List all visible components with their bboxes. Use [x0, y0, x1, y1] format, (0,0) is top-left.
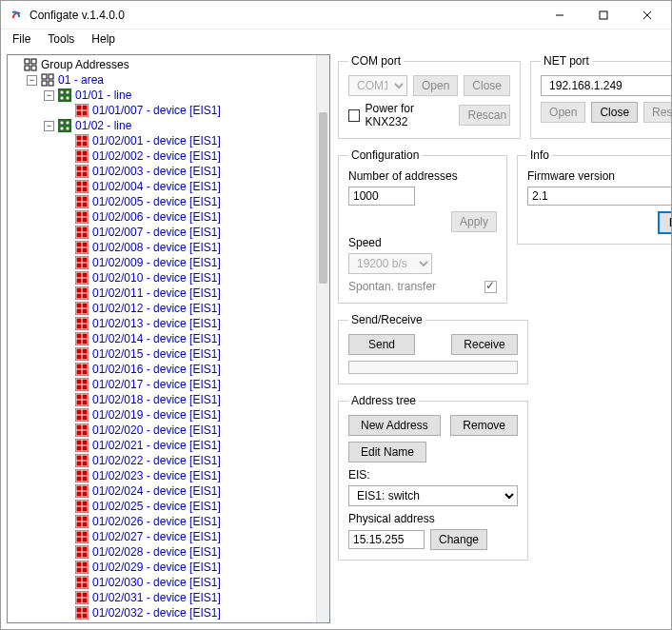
- svg-rect-110: [77, 385, 81, 389]
- tree-red-icon: [75, 241, 89, 254]
- net-close-button[interactable]: Close: [591, 102, 638, 123]
- tree-device[interactable]: 01/02/027 - device [EIS1]: [10, 529, 314, 544]
- svg-rect-18: [77, 106, 81, 109]
- com-rescan-button[interactable]: Rescan: [459, 105, 510, 126]
- tree-line-1[interactable]: −01/01 - line: [10, 88, 314, 103]
- svg-rect-74: [83, 273, 87, 277]
- receive-button[interactable]: Receive: [451, 334, 518, 355]
- com-close-button[interactable]: Close: [464, 75, 510, 96]
- svg-rect-185: [77, 614, 81, 618]
- svg-rect-31: [83, 142, 87, 146]
- tree-scroll-thumb[interactable]: [319, 112, 327, 284]
- menu-tools[interactable]: Tools: [40, 30, 82, 48]
- tree-device[interactable]: 01/02/020 - device [EIS1]: [10, 423, 314, 438]
- tree-device[interactable]: 01/02/003 - device [EIS1]: [10, 164, 314, 179]
- tree-expander-icon[interactable]: −: [44, 90, 54, 101]
- svg-rect-136: [83, 462, 87, 465]
- tree-device[interactable]: 01/02/011 - device [EIS1]: [10, 285, 314, 301]
- tree-red-icon: [75, 423, 89, 437]
- tree-device[interactable]: 01/02/009 - device [EIS1]: [10, 255, 314, 270]
- tree-red-icon: [75, 165, 89, 178]
- tree-red-icon: [75, 576, 89, 589]
- tree-device[interactable]: 01/02/032 - device [EIS1]: [10, 605, 314, 620]
- tree-device[interactable]: 01/02/015 - device [EIS1]: [10, 346, 314, 362]
- change-button[interactable]: Change: [430, 529, 487, 550]
- tree-device[interactable]: 01/02/008 - device [EIS1]: [10, 240, 314, 255]
- svg-rect-104: [83, 364, 87, 368]
- tree-device[interactable]: 01/02/001 - device [EIS1]: [10, 133, 314, 148]
- info-button[interactable]: Info: [658, 211, 672, 234]
- tree-device[interactable]: 01/02/026 - device [EIS1]: [10, 514, 314, 529]
- com-open-button[interactable]: Open: [413, 75, 458, 96]
- remove-address-button[interactable]: Remove: [450, 415, 518, 436]
- tree-device[interactable]: 01/02/028 - device [EIS1]: [10, 544, 314, 560]
- power-knx232-checkbox[interactable]: [348, 109, 360, 122]
- tree-device[interactable]: 01/02/022 - device [EIS1]: [10, 453, 314, 468]
- apply-button[interactable]: Apply: [451, 211, 497, 232]
- net-rescan-button[interactable]: Rescan: [643, 102, 672, 123]
- tree-device[interactable]: 01/02/012 - device [EIS1]: [10, 301, 314, 316]
- net-ip-select[interactable]: 192.168.1.249: [541, 75, 672, 96]
- tree-red-icon: [75, 515, 89, 528]
- tree-red-icon: [75, 363, 89, 376]
- tree-expander-icon[interactable]: −: [27, 75, 37, 86]
- tree-device[interactable]: 01/02/024 - device [EIS1]: [10, 483, 314, 499]
- eis-select[interactable]: EIS1: switch: [348, 485, 518, 506]
- menu-file[interactable]: File: [5, 30, 38, 48]
- svg-rect-45: [77, 187, 81, 191]
- tree-area[interactable]: −01 - area: [10, 72, 314, 88]
- tree-node-label: Group Addresses: [41, 58, 129, 71]
- tree-device[interactable]: 01/02/016 - device [EIS1]: [10, 362, 314, 377]
- tree-device[interactable]: 01/01/007 - device [EIS1]: [10, 103, 314, 118]
- tree-device[interactable]: 01/02/029 - device [EIS1]: [10, 560, 314, 575]
- physical-address-input[interactable]: [348, 530, 425, 549]
- tree-scrollbar[interactable]: [316, 55, 329, 622]
- tree-line-2[interactable]: −01/02 - line: [10, 118, 314, 133]
- tree-node-label: 01/02/030 - device [EIS1]: [92, 576, 221, 589]
- svg-rect-126: [83, 431, 87, 435]
- tree-device[interactable]: 01/02/002 - device [EIS1]: [10, 148, 314, 164]
- physical-address-label: Physical address: [348, 512, 518, 525]
- tree-device[interactable]: 01/02/018 - device [EIS1]: [10, 392, 314, 407]
- maximize-button[interactable]: [582, 2, 625, 29]
- svg-rect-8: [42, 74, 47, 79]
- tree-device[interactable]: 01/02/005 - device [EIS1]: [10, 194, 314, 209]
- menubar: File Tools Help: [1, 30, 671, 49]
- tree-device[interactable]: 01/02/006 - device [EIS1]: [10, 209, 314, 225]
- tree-expander-icon[interactable]: −: [44, 121, 54, 131]
- minimize-button[interactable]: [538, 2, 582, 29]
- tree-device[interactable]: 01/02/019 - device [EIS1]: [10, 407, 314, 423]
- speed-select[interactable]: 19200 b/s: [348, 253, 432, 274]
- tree-device[interactable]: 01/02/021 - device [EIS1]: [10, 438, 314, 453]
- edit-name-button[interactable]: Edit Name: [348, 442, 426, 463]
- tree-device[interactable]: 01/02/013 - device [EIS1]: [10, 316, 314, 331]
- new-address-button[interactable]: New Address: [348, 415, 441, 436]
- close-button[interactable]: [625, 2, 669, 29]
- net-open-button[interactable]: Open: [541, 102, 585, 123]
- net-port-group: NET port 192.168.1.249 Open Close Rescan: [530, 54, 672, 139]
- tree-device[interactable]: 01/02/023 - device [EIS1]: [10, 468, 314, 483]
- svg-rect-115: [77, 401, 81, 404]
- spontan-checkbox[interactable]: [484, 281, 497, 293]
- tree-device[interactable]: 01/02/010 - device [EIS1]: [10, 270, 314, 285]
- svg-rect-30: [77, 142, 81, 146]
- tree-device[interactable]: 01/02/031 - device [EIS1]: [10, 590, 314, 605]
- menu-help[interactable]: Help: [84, 30, 123, 48]
- svg-rect-134: [83, 456, 87, 460]
- tree-device[interactable]: 01/02/017 - device [EIS1]: [10, 377, 314, 392]
- tree-node-label: 01/02/019 - device [EIS1]: [92, 408, 221, 422]
- num-addresses-input[interactable]: [348, 187, 415, 206]
- svg-rect-81: [83, 294, 87, 298]
- tree-device[interactable]: 01/02/014 - device [EIS1]: [10, 331, 314, 346]
- svg-rect-148: [77, 502, 81, 505]
- com-port-select[interactable]: COM1: [348, 75, 407, 96]
- svg-rect-161: [83, 538, 87, 541]
- tree-device[interactable]: 01/02/004 - device [EIS1]: [10, 179, 314, 194]
- tree-root[interactable]: Group Addresses: [10, 57, 314, 72]
- tree-device[interactable]: 01/02/030 - device [EIS1]: [10, 575, 314, 590]
- svg-rect-156: [83, 522, 87, 526]
- tree-device[interactable]: 01/02/007 - device [EIS1]: [10, 225, 314, 240]
- window-title: Configate v.1.4.0.0: [30, 9, 125, 22]
- send-button[interactable]: Send: [348, 334, 415, 355]
- tree-device[interactable]: 01/02/025 - device [EIS1]: [10, 499, 314, 514]
